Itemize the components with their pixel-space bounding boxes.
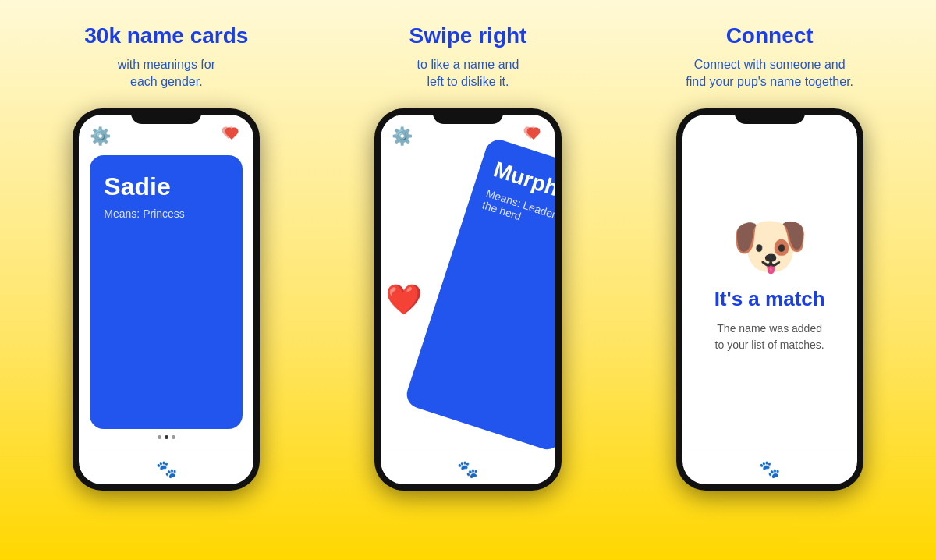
paw-icon-3[interactable]: 🐾 <box>759 459 780 480</box>
dot-3 <box>172 435 176 439</box>
phone-1-inner: ⚙️ Sadie Means: Princess <box>79 115 254 455</box>
col1-title: 30k name cards <box>84 23 248 48</box>
phone-1: ⚙️ Sadie Means: Princess <box>73 108 260 491</box>
phone-1-bottom-bar: 🐾 <box>79 455 254 484</box>
col3-subtitle: Connect with someone andfind your pup's … <box>686 56 853 91</box>
phone-2-screen: ⚙️ Murph Means: Leaderthe herd ❤️ <box>381 115 555 484</box>
phone-2: ⚙️ Murph Means: Leaderthe herd ❤️ <box>374 108 562 491</box>
col1-subtitle: with meanings foreach gender. <box>118 56 215 91</box>
name-card-1-name: Sadie <box>104 172 229 201</box>
dot-2 <box>165 435 168 439</box>
dog-emoji: 🐶 <box>731 215 809 278</box>
phone-3-notch <box>735 108 805 124</box>
heart-left-icon: ❤️ <box>385 282 422 317</box>
dot-1 <box>158 435 161 439</box>
col2-subtitle: to like a name andleft to dislike it. <box>417 56 519 91</box>
phone-2-inner: ⚙️ Murph Means: Leaderthe herd ❤️ <box>381 115 555 455</box>
phone-3: 🐶 It's a match The name was addedto your… <box>676 108 863 491</box>
name-card-tilted: Murph Means: Leaderthe herd <box>403 136 555 453</box>
pagination-dots-1 <box>90 435 243 439</box>
phone-1-notch <box>131 108 201 124</box>
match-subtitle: The name was addedto your list of matche… <box>715 321 824 353</box>
phone-2-top-icons: ⚙️ <box>392 126 544 147</box>
feature-col-2: Swipe right to like a name andleft to di… <box>335 23 601 491</box>
feature-col-3: Connect Connect with someone andfind you… <box>637 23 902 491</box>
phone-1-screen: ⚙️ Sadie Means: Princess <box>79 115 254 484</box>
phone-3-screen: 🐶 It's a match The name was addedto your… <box>682 115 857 484</box>
name-card-1-means: Means: Princess <box>104 207 229 220</box>
name-card-1: Sadie Means: Princess <box>90 155 243 429</box>
col3-title: Connect <box>726 23 814 48</box>
paw-icon-2[interactable]: 🐾 <box>457 459 478 480</box>
hearts-icon-1[interactable] <box>221 126 243 147</box>
match-screen: 🐶 It's a match The name was addedto your… <box>682 115 857 455</box>
phone-2-notch <box>433 108 503 124</box>
phone-2-bottom-bar: 🐾 <box>381 455 555 484</box>
swipe-card-container: Murph Means: Leaderthe herd ❤️ <box>392 155 544 444</box>
phone-3-bottom-bar: 🐾 <box>682 455 857 484</box>
match-title: It's a match <box>714 287 825 311</box>
col2-title: Swipe right <box>410 23 527 48</box>
paw-icon-1[interactable]: 🐾 <box>156 459 177 480</box>
phone-1-top-icons: ⚙️ <box>90 126 243 147</box>
hearts-icon-2[interactable] <box>523 126 544 147</box>
gear-icon-2[interactable]: ⚙️ <box>392 126 413 147</box>
gear-icon-1[interactable]: ⚙️ <box>90 126 111 147</box>
feature-col-1: 30k name cards with meanings foreach gen… <box>34 23 299 491</box>
